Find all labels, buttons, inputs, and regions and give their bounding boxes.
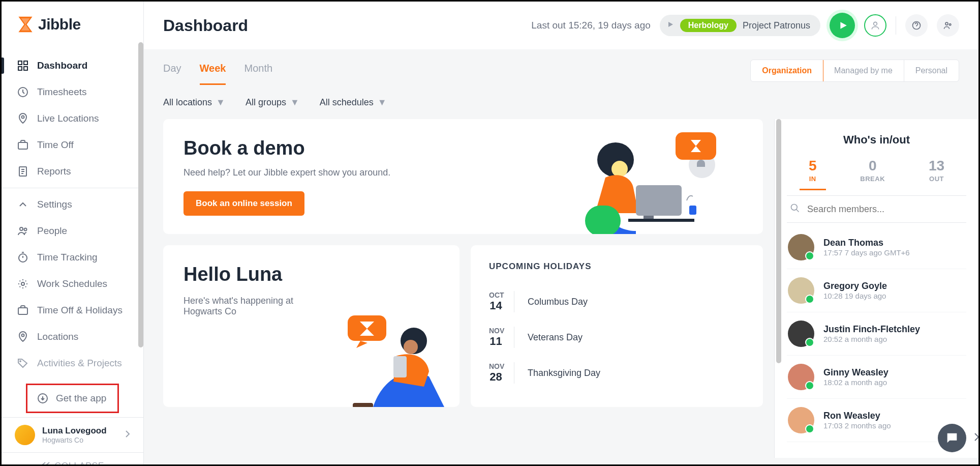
sidebar-item-reports[interactable]: Reports <box>2 158 143 185</box>
who-stats: 5 IN 0 BREAK 13 OUT <box>787 158 966 190</box>
member-row[interactable]: Dean Thomas17:57 7 days ago GMT+6 <box>787 226 966 269</box>
book-demo-card: Book a demo Need help? Let our Jibble ex… <box>163 119 763 234</box>
sidebar-item-people[interactable]: People <box>2 218 143 244</box>
suitcase-icon <box>17 139 29 151</box>
svg-rect-25 <box>644 216 654 219</box>
member-time: 17:57 7 days ago GMT+6 <box>823 248 910 257</box>
view-personal[interactable]: Personal <box>904 60 959 81</box>
member-name: Dean Thomas <box>823 238 910 248</box>
logo[interactable]: Jibble <box>2 2 143 49</box>
holiday-name: Columbus Day <box>528 297 588 307</box>
nav-label: Settings <box>37 199 72 210</box>
nav-group-2: Settings People Time Tracking Work Sched… <box>2 188 143 380</box>
search-input[interactable] <box>807 204 963 215</box>
member-time: 17:03 2 months ago <box>823 421 891 430</box>
holiday-date: NOV28 <box>489 362 514 384</box>
svg-rect-0 <box>18 61 22 65</box>
member-row[interactable]: Gregory Goyle10:28 19 days ago <box>787 269 966 312</box>
sidebar-item-timesheets[interactable]: Timesheets <box>2 79 143 105</box>
pin-icon <box>17 112 29 125</box>
profile-button[interactable] <box>864 14 886 37</box>
tabs-row: Day Week Month Organization Managed by m… <box>144 49 978 88</box>
who-panel: Who's in/out 5 IN 0 BREAK 13 OUT <box>774 119 978 458</box>
tab-week[interactable]: Week <box>200 63 226 85</box>
svg-rect-12 <box>18 308 27 314</box>
stat-out[interactable]: 13 OUT <box>920 158 954 190</box>
help-button[interactable] <box>905 14 928 37</box>
download-icon <box>37 392 49 404</box>
svg-point-22 <box>611 161 628 177</box>
holiday-date: NOV11 <box>489 327 514 348</box>
sidebar-item-time-off[interactable]: Time Off <box>2 132 143 158</box>
hello-title: Hello Luna <box>183 264 439 285</box>
sidebar-item-work-schedules[interactable]: Work Schedules <box>2 271 143 297</box>
tab-month[interactable]: Month <box>244 63 272 85</box>
sidebar-item-locations[interactable]: Locations <box>2 324 143 350</box>
suitcase-icon <box>17 304 29 316</box>
svg-point-14 <box>20 361 21 362</box>
stat-in[interactable]: 5 IN <box>800 158 826 190</box>
filter-schedules[interactable]: All schedules▼ <box>320 97 387 108</box>
nav-label: Reports <box>37 166 71 177</box>
stat-break[interactable]: 0 BREAK <box>851 158 894 190</box>
view-toggle: Organization Managed by me Personal <box>750 60 959 82</box>
jibble-logo-icon <box>17 16 34 33</box>
page-title: Dashboard <box>163 16 248 35</box>
svg-point-16 <box>874 22 877 25</box>
sidebar-item-live-locations[interactable]: Live Locations <box>2 105 143 132</box>
sidebar-item-time-off-holidays[interactable]: Time Off & Holidays <box>2 297 143 324</box>
dashboard-icon <box>17 60 29 72</box>
hello-illustration <box>343 310 460 407</box>
chevron-right-icon[interactable] <box>973 432 978 442</box>
org-button[interactable] <box>937 14 959 37</box>
collapse-button[interactable]: COLLAPSE <box>2 452 143 466</box>
nav-label: Locations <box>37 331 78 342</box>
holiday-name: Veterans Day <box>528 332 583 343</box>
svg-rect-24 <box>636 185 682 216</box>
sidebar-item-activities-projects[interactable]: Activities & Projects <box>2 350 143 376</box>
filter-locations[interactable]: All locations▼ <box>163 97 225 108</box>
chat-widget[interactable] <box>938 424 966 452</box>
svg-rect-2 <box>18 67 22 70</box>
member-avatar <box>788 321 814 347</box>
chevron-double-left-icon <box>41 461 51 466</box>
nav-label: Time Off <box>37 139 74 151</box>
nav-label: Dashboard <box>37 60 87 71</box>
svg-point-9 <box>24 228 27 231</box>
member-avatar <box>788 234 814 260</box>
schedule-icon <box>17 278 29 290</box>
user-avatar <box>15 425 35 445</box>
member-row[interactable]: Justin Finch-Fletchley20:52 a month ago <box>787 312 966 356</box>
sidebar-user-row[interactable]: Luna Lovegood Hogwarts Co <box>2 417 143 452</box>
content-scrollbar[interactable] <box>776 119 781 363</box>
svg-rect-1 <box>24 61 27 65</box>
member-name: Justin Finch-Fletchley <box>823 324 920 335</box>
member-row[interactable]: Ginny Weasley18:02 a month ago <box>787 356 966 399</box>
svg-rect-6 <box>18 142 27 149</box>
member-time: 18:02 a month ago <box>823 378 889 387</box>
view-managed[interactable]: Managed by me <box>823 60 904 81</box>
chevron-up-icon <box>17 198 29 211</box>
project-pill[interactable]: Herbology Project Patronus <box>660 15 820 36</box>
sidebar-item-settings[interactable]: Settings <box>2 191 143 218</box>
book-session-button[interactable]: Book an online session <box>183 191 304 216</box>
nav-label: Time Tracking <box>37 252 98 263</box>
nav-label: Timesheets <box>37 86 87 98</box>
tab-day[interactable]: Day <box>163 63 181 85</box>
sidebar-item-time-tracking[interactable]: Time Tracking <box>2 244 143 271</box>
view-organization[interactable]: Organization <box>750 60 823 82</box>
clock-in-button[interactable] <box>830 13 855 38</box>
holiday-row: NOV11Veterans Day <box>489 319 745 355</box>
svg-point-13 <box>22 334 24 337</box>
activity-tag: Herbology <box>680 19 737 32</box>
main: Dashboard Last out 15:26, 19 days ago He… <box>144 2 978 464</box>
divider <box>896 16 896 35</box>
holiday-date: OCT14 <box>489 291 514 312</box>
get-the-app-button[interactable]: Get the app <box>26 384 119 413</box>
svg-point-8 <box>20 227 23 230</box>
member-name: Ginny Weasley <box>823 367 889 378</box>
filter-groups[interactable]: All groups▼ <box>246 97 299 108</box>
user-name: Luna Lovegood <box>42 426 118 436</box>
sidebar-item-dashboard[interactable]: Dashboard <box>2 52 143 79</box>
nav-label: Time Off & Holidays <box>37 305 122 316</box>
